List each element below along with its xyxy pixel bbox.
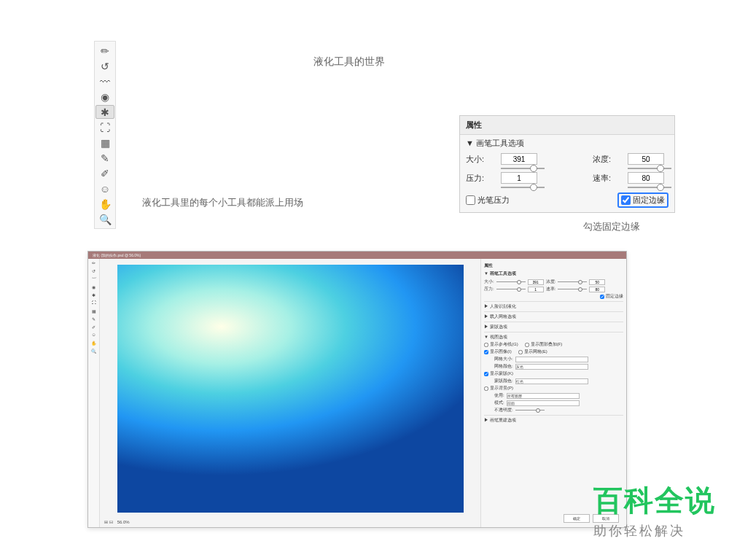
bloat-icon[interactable]: ⛶ <box>95 120 114 134</box>
twirl-icon[interactable]: ◉ <box>95 90 114 104</box>
rp-meshcolor-select[interactable]: 灰色 <box>515 364 588 370</box>
canvas-area[interactable] <box>100 259 480 527</box>
twirl-icon[interactable]: ◉ <box>92 284 95 292</box>
push-left-icon[interactable]: ▦ <box>92 308 96 316</box>
pucker-icon[interactable]: ✱ <box>92 292 95 300</box>
rp-mesh-section[interactable]: ▶ 载入网格选项 <box>484 311 623 320</box>
rp-size-slider[interactable] <box>496 281 526 282</box>
size-input[interactable] <box>501 153 537 165</box>
forward-warp-icon[interactable]: ✏ <box>92 260 95 268</box>
rp-view-section[interactable]: ▼ 视图选项 <box>484 332 623 341</box>
rp-opacity-slider[interactable] <box>515 410 545 411</box>
density-label: 浓度: <box>593 154 622 165</box>
rp-title: 属性 <box>484 262 623 269</box>
size-slider[interactable] <box>501 168 545 169</box>
rp-density-input[interactable] <box>589 279 605 285</box>
rp-maskcolor-select[interactable]: 红色 <box>515 378 588 384</box>
rp-density-slider[interactable] <box>558 281 587 282</box>
rp-section: ▼ 画笔工具选项 <box>484 271 623 277</box>
rate-slider[interactable] <box>628 187 671 188</box>
pressure-input[interactable] <box>501 172 537 184</box>
panel-section: ▼ 画笔工具选项 <box>460 135 674 152</box>
hand-icon[interactable]: ✋ <box>91 341 96 349</box>
page-title: 液化工具的世界 <box>313 55 385 69</box>
density-slider[interactable] <box>628 168 671 169</box>
rp-image-checkbox[interactable] <box>484 350 488 354</box>
thaw-mask-icon[interactable]: ✐ <box>92 324 95 332</box>
rp-recon-section[interactable]: ▶ 画笔重建选项 <box>484 415 623 424</box>
forward-warp-icon[interactable]: ✏ <box>95 44 114 58</box>
liquify-window: 液化 (我的操作.psd @ 56.0%) ✏ ↺ 〰 ◉ ✱ ⛶ ▦ ✎ ✐ … <box>87 251 627 528</box>
pucker-icon[interactable]: ✱ <box>95 105 114 119</box>
brush-options-panel: 属性 ▼ 画笔工具选项 大小: 浓度: 压力: 速率: 光笔压力 固定边缘 <box>459 115 675 213</box>
window-titlebar: 液化 (我的操作.psd @ 56.0%) <box>88 252 626 259</box>
rp-size-input[interactable] <box>528 279 544 285</box>
zoom-icon[interactable]: 🔍 <box>95 212 114 226</box>
size-label: 大小: <box>466 154 495 165</box>
watermark-sub: 助你轻松解决 <box>593 522 716 540</box>
reconstruct-icon[interactable]: ↺ <box>95 59 114 73</box>
pin-edges-checkbox[interactable]: 固定边缘 <box>621 195 665 206</box>
freeze-mask-icon[interactable]: ✎ <box>92 316 95 324</box>
liquify-toolbar: ✏ ↺ 〰 ◉ ✱ ⛶ ▦ ✎ ✐ ☺ ✋ 🔍 <box>94 41 116 229</box>
gradient-canvas[interactable] <box>117 265 464 513</box>
zoom-indicator: ⊞ ⊟ 56.0% <box>104 519 130 524</box>
rp-rate-slider[interactable] <box>558 289 587 289</box>
rp-guides-checkbox[interactable] <box>484 343 488 347</box>
hand-icon[interactable]: ✋ <box>95 197 114 211</box>
push-left-icon[interactable]: ▦ <box>95 136 114 149</box>
reconstruct-icon[interactable]: ↺ <box>92 268 95 276</box>
pen-pressure-checkbox[interactable]: 光笔压力 <box>466 195 510 206</box>
rp-showbg-checkbox[interactable] <box>484 386 488 391</box>
rp-use-select[interactable]: 所有图层 <box>507 393 580 399</box>
panel-title: 属性 <box>460 116 674 135</box>
smooth-icon[interactable]: 〰 <box>95 74 114 88</box>
ok-button[interactable]: 确定 <box>564 514 590 523</box>
bloat-icon[interactable]: ⛶ <box>92 300 96 308</box>
site-watermark: 百科全说 助你轻松解决 <box>593 481 716 540</box>
face-icon[interactable]: ☺ <box>91 332 95 341</box>
rp-meshsize-select[interactable] <box>515 357 588 362</box>
thaw-mask-icon[interactable]: ✐ <box>95 166 114 180</box>
face-icon[interactable]: ☺ <box>95 182 114 195</box>
rp-mask-section[interactable]: ▶ 蒙版选项 <box>484 322 623 330</box>
watermark-title: 百科全说 <box>593 481 716 521</box>
rp-edge-checkbox[interactable] <box>600 295 604 299</box>
rp-faceoverlay-checkbox[interactable] <box>525 343 529 347</box>
zoom-icon[interactable]: 🔍 <box>91 349 96 357</box>
rp-rate-input[interactable] <box>589 287 605 292</box>
density-input[interactable] <box>628 153 664 165</box>
rp-face-section[interactable]: ▶ 人脸识别液化 <box>484 301 623 310</box>
rate-label: 速率: <box>593 173 622 184</box>
smooth-icon[interactable]: 〰 <box>92 276 96 284</box>
rp-pressure-slider[interactable] <box>496 289 526 289</box>
rp-pressure-input[interactable] <box>528 287 544 292</box>
rp-showmask-checkbox[interactable] <box>484 372 488 376</box>
mini-toolbar: ✏ ↺ 〰 ◉ ✱ ⛶ ▦ ✎ ✐ ☺ ✋ 🔍 <box>88 259 100 527</box>
pressure-label: 压力: <box>466 173 495 184</box>
page-note: 勾选固定边缘 <box>583 220 640 233</box>
rate-input[interactable] <box>628 172 664 184</box>
rp-mode-select[interactable]: 前面 <box>507 400 580 406</box>
pressure-slider[interactable] <box>501 187 545 188</box>
freeze-mask-icon[interactable]: ✎ <box>95 151 114 165</box>
page-subtitle: 液化工具里的每个小工具都能派上用场 <box>142 196 303 209</box>
rp-showmesh-checkbox[interactable] <box>518 350 523 354</box>
